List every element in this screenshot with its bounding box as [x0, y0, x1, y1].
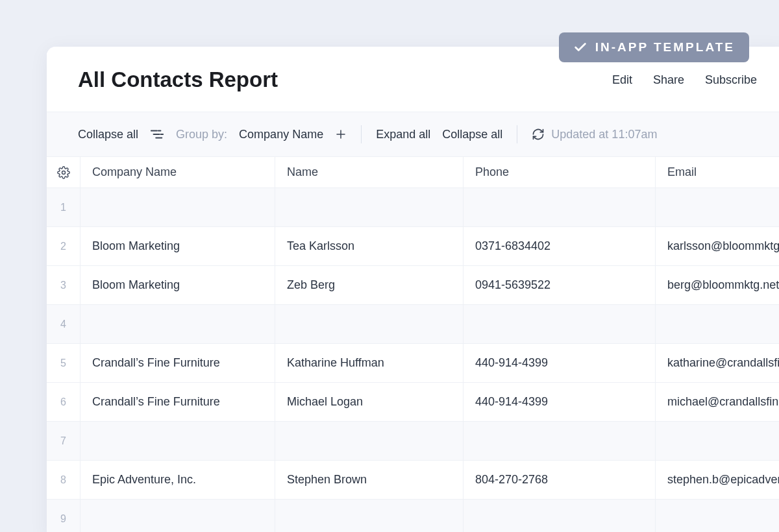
refresh-icon[interactable] [532, 128, 545, 141]
header-actions: Edit Share Subscribe [612, 73, 757, 87]
cell-phone [464, 305, 656, 343]
table-row[interactable]: 8Epic Adventure, Inc.Stephen Brown804-27… [47, 461, 779, 500]
cell-email[interactable]: michael@crandallsfine.com [656, 383, 779, 421]
cell-phone[interactable]: 0371-6834402 [464, 227, 656, 265]
columns-icon[interactable] [150, 128, 164, 140]
table-group-row[interactable]: 9 [47, 500, 779, 532]
cell-company[interactable]: Bloom Marketing [80, 266, 275, 304]
cell-email[interactable]: stephen.b@epicadventure.com [656, 461, 779, 499]
expand-all-button[interactable]: Expand all [376, 128, 430, 141]
cell-company [80, 422, 275, 460]
cell-email [656, 305, 779, 343]
page-title: All Contacts Report [78, 67, 278, 92]
row-number: 3 [47, 266, 80, 304]
table-group-row[interactable]: 4 [47, 305, 779, 344]
group-by-value[interactable]: Company Name [239, 128, 323, 141]
contacts-table: Company Name Name Phone Email 12Bloom Ma… [47, 157, 779, 532]
share-link[interactable]: Share [653, 73, 684, 87]
cell-email[interactable]: karlsson@bloommktg.net [656, 227, 779, 265]
cell-company[interactable]: Epic Adventure, Inc. [80, 461, 275, 499]
cell-phone[interactable]: 0941-5639522 [464, 266, 656, 304]
cell-phone[interactable]: 440-914-4399 [464, 383, 656, 421]
cell-email[interactable]: berg@bloommktg.net [656, 266, 779, 304]
cell-phone [464, 500, 656, 532]
cell-name[interactable]: Michael Logan [275, 383, 464, 421]
cell-email[interactable]: katharine@crandallsfine.com [656, 344, 779, 382]
cell-email [656, 188, 779, 226]
report-toolbar: Collapse all Group by: Company Name Expa… [47, 112, 779, 157]
table-group-row[interactable]: 7 [47, 422, 779, 461]
cell-phone[interactable]: 804-270-2768 [464, 461, 656, 499]
group-by-label: Group by: [176, 128, 227, 141]
check-icon [573, 40, 587, 54]
plus-icon[interactable] [335, 128, 347, 140]
table-row[interactable]: 2Bloom MarketingTea Karlsson0371-6834402… [47, 227, 779, 266]
row-number: 5 [47, 344, 80, 382]
row-number: 4 [47, 305, 80, 343]
row-number: 8 [47, 461, 80, 499]
cell-company [80, 500, 275, 532]
column-header-phone[interactable]: Phone [464, 157, 656, 187]
subscribe-link[interactable]: Subscribe [705, 73, 757, 87]
toolbar-divider [361, 125, 362, 143]
cell-company[interactable]: Crandall’s Fine Furniture [80, 344, 275, 382]
gear-icon [57, 166, 70, 179]
row-number: 6 [47, 383, 80, 421]
row-number: 9 [47, 500, 80, 532]
updated-text: Updated at 11:07am [551, 128, 657, 141]
table-row[interactable]: 5Crandall’s Fine FurnitureKatharine Huff… [47, 344, 779, 383]
collapse-all-button-2[interactable]: Collapse all [442, 128, 502, 141]
cell-company [80, 305, 275, 343]
cell-phone [464, 422, 656, 460]
cell-name [275, 422, 464, 460]
cell-email [656, 500, 779, 532]
svg-point-2 [62, 171, 65, 174]
column-header-company[interactable]: Company Name [80, 157, 275, 187]
cell-name [275, 188, 464, 226]
table-header-row: Company Name Name Phone Email [47, 157, 779, 188]
row-number: 2 [47, 227, 80, 265]
cell-name[interactable]: Tea Karlsson [275, 227, 464, 265]
column-header-name[interactable]: Name [275, 157, 464, 187]
report-panel: All Contacts Report Edit Share Subscribe… [47, 47, 779, 532]
collapse-all-button[interactable]: Collapse all [78, 128, 138, 141]
cell-name[interactable]: Katharine Huffman [275, 344, 464, 382]
row-number: 7 [47, 422, 80, 460]
cell-email [656, 422, 779, 460]
row-number: 1 [47, 188, 80, 226]
cell-company[interactable]: Bloom Marketing [80, 227, 275, 265]
cell-name[interactable]: Zeb Berg [275, 266, 464, 304]
column-header-email[interactable]: Email [656, 157, 779, 187]
cell-name [275, 305, 464, 343]
cell-phone[interactable]: 440-914-4399 [464, 344, 656, 382]
cell-phone [464, 188, 656, 226]
cell-company[interactable]: Crandall’s Fine Furniture [80, 383, 275, 421]
table-row[interactable]: 3Bloom MarketingZeb Berg0941-5639522berg… [47, 266, 779, 305]
cell-name[interactable]: Stephen Brown [275, 461, 464, 499]
badge-label: IN-APP TEMPLATE [595, 40, 735, 54]
settings-column-header[interactable] [47, 157, 80, 187]
in-app-template-badge: IN-APP TEMPLATE [559, 32, 749, 62]
cell-company [80, 188, 275, 226]
cell-name [275, 500, 464, 532]
updated-status: Updated at 11:07am [532, 128, 657, 141]
table-row[interactable]: 6Crandall’s Fine FurnitureMichael Logan4… [47, 383, 779, 422]
table-group-row[interactable]: 1 [47, 188, 779, 227]
toolbar-divider [517, 125, 517, 143]
edit-link[interactable]: Edit [612, 73, 632, 87]
